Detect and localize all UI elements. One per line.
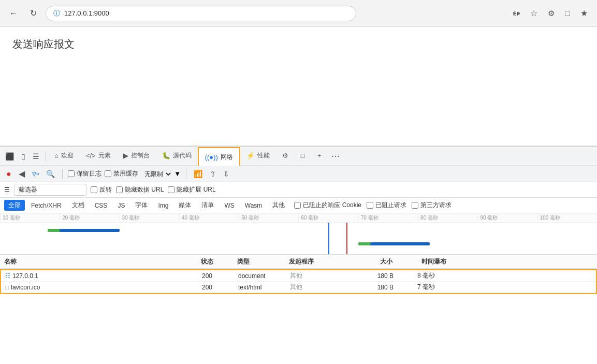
tab-sources-label: 源代码 [173, 151, 192, 160]
devtools-controls: ⬛ ▯ ☰ [2, 149, 48, 164]
blocked-requests-checkbox[interactable]: 已阻止请求 [367, 201, 406, 210]
type-btn-font[interactable]: 字体 [131, 200, 152, 211]
hide-data-url-checkbox[interactable]: 隐藏数据 URL [116, 185, 164, 194]
th-initiator: 发起程序 [289, 257, 351, 266]
back-button[interactable]: ← [6, 6, 21, 21]
tab-add[interactable]: + [311, 147, 328, 166]
more-button[interactable]: ★ [577, 6, 591, 20]
chevron-down-icon: ▼ [174, 170, 181, 178]
type-btn-js[interactable]: JS [113, 201, 129, 210]
tab-settings[interactable]: ⚙ [276, 147, 295, 166]
disable-cache-input[interactable] [105, 170, 111, 177]
hide-ext-url-checkbox[interactable]: 隐藏扩展 URL [168, 185, 215, 194]
favorites-button[interactable]: ☆ [527, 6, 541, 20]
split-button[interactable]: □ [562, 7, 573, 20]
tab-welcome[interactable]: ⌂ 欢迎 [48, 147, 80, 166]
scale-80: 80 毫秒 [418, 213, 477, 222]
tab-sources[interactable]: 🐛 源代码 [156, 147, 198, 166]
filter-input[interactable]: 筛选器 [14, 184, 86, 196]
browser-actions: 🕪 ☆ ⚙ □ ★ [509, 6, 591, 20]
welcome-icon: ⌂ [54, 152, 59, 159]
type-btn-manifest[interactable]: 清单 [197, 200, 218, 211]
device-toggle-button[interactable]: ▯ [18, 149, 28, 164]
record-button[interactable]: ● [4, 168, 13, 180]
preserve-log-checkbox[interactable]: 保留日志 [68, 169, 101, 178]
hide-data-url-input[interactable] [116, 186, 123, 193]
download-button[interactable]: ⇩ [221, 169, 231, 179]
scale-60: 60 毫秒 [298, 213, 358, 222]
read-aloud-button[interactable]: 🕪 [509, 7, 523, 20]
scale-100: 100 毫秒 [537, 213, 597, 222]
third-party-checkbox[interactable]: 第三方请求 [412, 201, 452, 210]
invert-input[interactable] [91, 186, 97, 193]
type-btn-doc[interactable]: 文档 [68, 200, 89, 211]
td-name-1: □ favicon.ico [5, 284, 202, 291]
blocked-requests-input[interactable] [367, 202, 373, 209]
throttle-select[interactable]: 无限制 [141, 169, 172, 179]
clear-button[interactable]: ◀ [17, 168, 27, 180]
third-party-label: 第三方请求 [420, 201, 452, 210]
devtools-toolbar: ● ◀ ▿▫ 🔍 保留日志 禁用缓存 无限制 ▼ 📶 ⇧ ⇩ [0, 166, 597, 182]
sidebar-toggle-button[interactable]: ☰ [30, 149, 42, 164]
table-row[interactable]: □ favicon.ico 200 text/html 其他 180 B 7 毫… [1, 282, 596, 293]
toolbar-divider1 [62, 169, 63, 179]
third-party-input[interactable] [412, 202, 418, 209]
hide-ext-url-input[interactable] [168, 186, 174, 193]
filter-active-button[interactable]: ▿▫ [30, 168, 41, 180]
scale-40: 40 毫秒 [179, 213, 239, 222]
type-btn-all[interactable]: 全部 [4, 200, 25, 211]
tab-performance[interactable]: ⚡ 性能 [240, 147, 276, 166]
scale-20: 20 毫秒 [60, 213, 119, 222]
network-icon: ((●)) [205, 153, 218, 161]
inspect-button[interactable]: ⬛ [2, 149, 17, 164]
search-button[interactable]: 🔍 [44, 169, 57, 179]
scale-30: 30 毫秒 [120, 213, 179, 222]
blocked-cookies-input[interactable] [294, 202, 301, 209]
invert-checkbox[interactable]: 反转 [91, 185, 112, 194]
devtools-tabbar: ⬛ ▯ ☰ ⌂ 欢迎 </> 元素 ▶ 控制台 🐛 源代码 ((●)) [0, 147, 597, 166]
type-btn-media[interactable]: 媒体 [174, 200, 195, 211]
blocked-cookies-checkbox[interactable]: 已阻止的响应 Cookie [294, 201, 361, 210]
add-icon: + [317, 152, 322, 159]
waterfall-area: 10 毫秒 20 毫秒 30 毫秒 40 毫秒 50 毫秒 60 毫秒 70 毫… [0, 213, 597, 255]
scale-70: 70 毫秒 [358, 213, 418, 222]
url-text: 127.0.0.1:9000 [64, 9, 109, 17]
devtools-panel: ⬛ ▯ ☰ ⌂ 欢迎 </> 元素 ▶ 控制台 🐛 源代码 ((●)) [0, 146, 597, 364]
tab-performance-label: 性能 [257, 151, 270, 160]
type-btn-wasm[interactable]: Wasm [241, 201, 267, 210]
scale-50: 50 毫秒 [239, 213, 298, 222]
filter-placeholder-text: 筛选器 [19, 185, 37, 194]
type-btn-css[interactable]: CSS [91, 201, 112, 210]
tab-console[interactable]: ▶ 控制台 [117, 147, 156, 166]
tab-elements-label: 元素 [98, 151, 111, 160]
hide-ext-url-label: 隐藏扩展 URL [177, 185, 215, 194]
filter-lines-icon: ☰ [4, 186, 10, 194]
refresh-button[interactable]: ↻ [26, 6, 40, 21]
tab-welcome-label: 欢迎 [61, 151, 74, 160]
tab-device[interactable]: □ [295, 147, 311, 166]
address-bar[interactable]: ⓘ 127.0.0.1:9000 [46, 6, 356, 21]
type-btn-img[interactable]: Img [154, 201, 172, 210]
table-row[interactable]: ☷ 127.0.0.1 200 document 其他 180 B 8 毫秒 [1, 270, 596, 282]
settings-icon: ⚙ [282, 152, 288, 159]
td-size-0: 180 B [352, 272, 394, 280]
vline-blue [328, 223, 329, 255]
bar-row2-connect [370, 242, 430, 245]
throttle-control[interactable]: 无限制 ▼ [141, 169, 181, 179]
tab-console-label: 控制台 [131, 151, 150, 160]
extensions-button[interactable]: ⚙ [545, 7, 558, 20]
tab-network[interactable]: ((●)) 网络 [198, 147, 240, 166]
type-btn-fetch-xhr[interactable]: Fetch/XHR [27, 201, 66, 210]
preserve-log-input[interactable] [68, 170, 75, 177]
devtools-more-button[interactable]: ⋯ [327, 151, 344, 161]
disable-cache-checkbox[interactable]: 禁用缓存 [105, 169, 138, 178]
type-btn-ws[interactable]: WS [220, 201, 238, 210]
page-title: 发送响应报文 [12, 37, 585, 51]
file-icon: □ [5, 284, 9, 290]
wifi-button[interactable]: 📶 [192, 169, 205, 179]
waterfall-bars [0, 223, 597, 255]
upload-button[interactable]: ⇧ [208, 169, 218, 179]
tab-elements[interactable]: </> 元素 [80, 147, 117, 166]
type-btn-other[interactable]: 其他 [268, 200, 289, 211]
tab-network-label: 网络 [221, 153, 233, 162]
